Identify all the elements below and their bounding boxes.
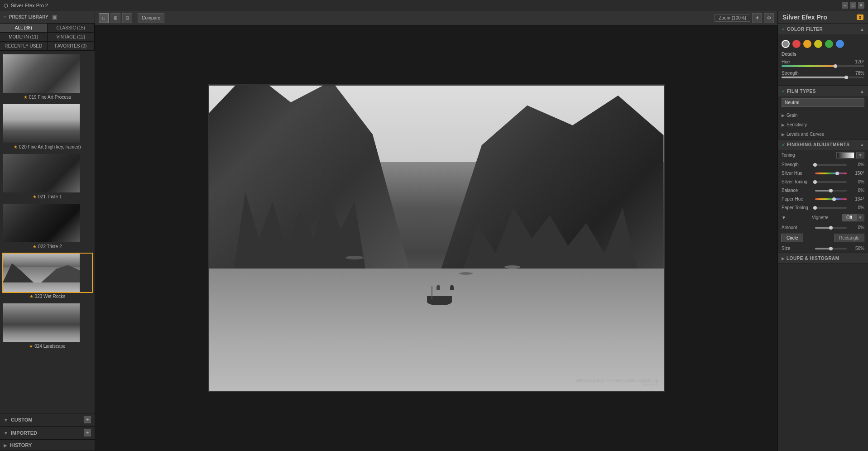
split-view-button[interactable]: ⊞ (110, 13, 120, 23)
paper-toning-row: Paper Toning 0% (778, 203, 868, 212)
tab-vintage[interactable]: VINTAGE (12) (48, 33, 95, 42)
paper-toning-slider[interactable] (815, 207, 847, 209)
custom-arrow-icon: ▼ (4, 417, 8, 422)
toning-swatch[interactable] (836, 152, 854, 158)
swatch-neutral[interactable] (782, 40, 790, 48)
panel-toggle-icon[interactable]: ≡ (4, 14, 6, 19)
zoom-display[interactable]: Zoom (100%) (715, 14, 750, 22)
swatch-blue[interactable] (836, 40, 844, 48)
list-item[interactable]: ★ 024 Landscape (0, 302, 95, 351)
strength-value: 78% (855, 71, 864, 76)
balance-row: Balance 0% (778, 186, 868, 195)
swatch-red[interactable] (792, 40, 801, 48)
view-icon-button[interactable]: ☀ (752, 13, 762, 23)
film-type-select[interactable]: Neutral Agfa APX 100 Agfa APX 400 Kodak … (782, 98, 864, 107)
silver-toning-label: Silver Toning (782, 179, 813, 184)
view-toolbar: □ ⊞ ⊟ Compare Zoom (100%) ☀ ⚙ (95, 11, 777, 25)
tab-modern[interactable]: MODERN (11) (0, 33, 48, 42)
vignette-toggle: Off ▼ (842, 214, 864, 221)
color-filter-check-icon[interactable]: ✓ (782, 27, 785, 32)
toning-arrow-button[interactable]: ▼ (856, 152, 864, 158)
swatch-orange[interactable] (803, 40, 811, 48)
tab-all[interactable]: ALL (38) (0, 24, 48, 33)
settings-icon-button[interactable]: ⚙ (764, 13, 774, 23)
list-item[interactable]: ★ 023 Wet Rocks (0, 252, 95, 302)
film-types-check-icon[interactable]: ✓ (782, 89, 785, 94)
swatch-yellow[interactable] (814, 40, 822, 48)
left-panel: ≡ PRESET LIBRARY ▣ ALL (38) CLASSIC (15)… (0, 11, 95, 451)
imported-label: IMPORTED (11, 430, 81, 436)
silver-hue-slider[interactable] (815, 173, 847, 174)
image-filename: pietro-de-grandi-T7K4aEPoGGk-unsplash.jp… (575, 378, 658, 383)
preset-library-label: PRESET LIBRARY (9, 14, 48, 19)
film-types-title: FILM TYPES (787, 89, 858, 94)
single-view-button[interactable]: □ (99, 13, 109, 23)
imported-arrow-icon: ▼ (4, 431, 8, 436)
color-filter-expand-icon[interactable]: ▲ (860, 27, 864, 32)
hue-slider[interactable] (782, 65, 864, 67)
paper-hue-row: Paper Hue 134° (778, 195, 868, 203)
strength-slider[interactable] (782, 77, 864, 78)
sensitivity-row[interactable]: ▶ Sensitivity (778, 120, 868, 130)
maximize-button[interactable]: □ (850, 2, 856, 9)
color-filter-title: COLOR FILTER (787, 27, 858, 32)
film-types-expand-icon[interactable]: ▲ (860, 89, 864, 94)
tab-favorites[interactable]: FAVORITES (0) (48, 42, 95, 51)
levels-curves-arrow-icon: ▶ (782, 132, 785, 137)
levels-curves-row[interactable]: ▶ Levels and Curves (778, 130, 868, 139)
list-item[interactable]: ★ 019 Fine Art Process (0, 53, 95, 102)
custom-add-button[interactable]: + (84, 416, 91, 423)
finishing-expand-icon[interactable]: ▲ (860, 142, 864, 147)
finishing-adjustments-section: ✓ FINISHING ADJUSTMENTS ▲ Toning ▼ Stren… (778, 139, 868, 253)
amount-value: 0% (849, 225, 864, 230)
paper-hue-slider[interactable] (815, 198, 847, 200)
silver-hue-value: 150° (849, 171, 864, 176)
custom-section[interactable]: ▼ CUSTOM + (0, 413, 95, 427)
fa-strength-row: Strength 0% (778, 160, 868, 169)
amount-slider[interactable] (815, 227, 847, 229)
silver-toning-slider[interactable] (815, 181, 847, 183)
compare-button[interactable]: Compare (138, 13, 164, 23)
preset-label: ★ 022 Triste 2 (2, 243, 93, 251)
finishing-check-icon[interactable]: ✓ (782, 142, 785, 147)
left-bottom: ▼ CUSTOM + ▼ IMPORTED + ▶ HISTORY (0, 413, 95, 451)
color-filter-header[interactable]: ✓ COLOR FILTER ▲ (778, 24, 868, 34)
dual-view-button[interactable]: ⊟ (122, 13, 132, 23)
tab-classic[interactable]: CLASSIC (15) (48, 24, 95, 33)
finishing-adjustments-header[interactable]: ✓ FINISHING ADJUSTMENTS ▲ (778, 139, 868, 150)
list-item[interactable]: ★ 021 Triste 1 (0, 152, 95, 202)
loupe-histogram-header[interactable]: ▶ LOUPE & HISTOGRAM (778, 253, 868, 264)
size-slider[interactable] (815, 248, 847, 249)
strength-label: Strength (782, 71, 799, 76)
vignette-expand-icon: ▼ (782, 215, 810, 220)
fa-strength-value: 0% (849, 162, 864, 167)
balance-slider[interactable] (815, 190, 847, 192)
history-section[interactable]: ▶ HISTORY (0, 440, 95, 451)
hue-value: 120° (855, 59, 864, 64)
vignette-off-button[interactable]: Off (842, 214, 856, 221)
tab-recently-used[interactable]: RECENTLY USED (0, 42, 48, 51)
rectangle-button[interactable]: Rectangle (834, 234, 864, 242)
fa-strength-slider[interactable] (815, 164, 847, 166)
circle-button[interactable]: Circle (782, 234, 803, 242)
film-types-section: ✓ FILM TYPES ▲ Neutral Agfa APX 100 Agfa… (778, 86, 868, 139)
list-item[interactable]: ★ 022 Triste 2 (0, 202, 95, 252)
size-value: 50% (849, 246, 864, 251)
close-button[interactable]: ✕ (858, 2, 864, 9)
imported-section[interactable]: ▼ IMPORTED + (0, 427, 95, 440)
preset-label: ★ 019 Fine Art Process (2, 94, 93, 101)
paper-hue-label: Paper Hue (782, 197, 813, 202)
history-arrow-icon: ▶ (4, 443, 7, 448)
list-item[interactable]: ★ 020 Fine Art (high key, framed) (0, 102, 95, 152)
minimize-button[interactable]: − (842, 2, 848, 9)
grain-row[interactable]: ▶ Grain (778, 110, 868, 120)
preset-label: ★ 024 Landscape (2, 343, 93, 350)
film-types-header[interactable]: ✓ FILM TYPES ▲ (778, 86, 868, 96)
swatch-green[interactable] (825, 40, 833, 48)
vignette-label: Vignette (812, 215, 840, 220)
amount-row: Amount 0% (778, 223, 868, 232)
imported-add-button[interactable]: + (84, 429, 91, 437)
grain-arrow-icon: ▶ (782, 113, 785, 118)
panel-icon-button[interactable]: ▣ (51, 13, 58, 21)
vignette-dropdown-button[interactable]: ▼ (856, 214, 864, 221)
